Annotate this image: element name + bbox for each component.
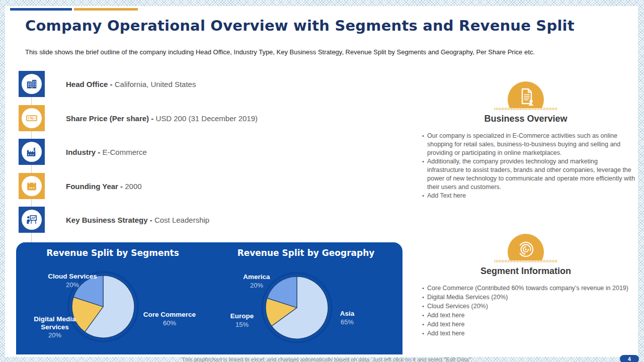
document-person-icon (508, 81, 544, 108)
business-overview-icon-wrap (508, 81, 544, 108)
page-title: Company Operational Overview with Segmen… (25, 17, 634, 34)
presenter-icon (25, 213, 38, 226)
fact-separator: - (148, 216, 154, 224)
bullet-item: •Add text here (419, 311, 635, 320)
building-icon (25, 77, 38, 90)
bullet-item: •Add text here (419, 329, 635, 338)
fact-label: Share Price (Per share) (66, 114, 149, 123)
top-accent-bar-orange (74, 8, 138, 11)
fact-key-business-strategy: Key Business Strategy - Cost Leadership (19, 207, 209, 233)
business-overview-title: Business Overview (416, 114, 635, 124)
bullet-item: •Cloud Services (20%) (419, 302, 635, 311)
bullet-item: •Add Text here (419, 192, 635, 200)
fact-text: Share Price (Per share) - USD 200 (31 De… (66, 114, 258, 123)
fact-value: E-Commerce (103, 148, 147, 156)
fact-label: Founding Year (66, 182, 118, 191)
fact-icon-tile (19, 71, 45, 97)
segment-information-icon-wrap (508, 234, 544, 260)
calendar-icon (25, 179, 38, 193)
segment-information-bullets: •Core Commerce (Contributed 60% towards … (419, 284, 635, 338)
fact-text: Founding Year - 2000 (66, 182, 142, 191)
fact-separator: - (118, 182, 125, 191)
pie-label-cloud-services: Cloud Services 20% (42, 273, 103, 289)
fact-value: 2000 (125, 182, 141, 191)
pie-label-europe: Europe 15% (212, 312, 272, 328)
chart-title-segments: Revenue Split by Segments (16, 248, 209, 258)
fact-label: Key Business Strategy (66, 216, 148, 224)
excel-link-note: This graph/chart is linked to excel, and… (5, 356, 644, 362)
bullet-item: •Digital Media Services (20%) (419, 293, 635, 302)
fact-text: Key Business Strategy - Cost Leadership (66, 216, 209, 224)
pie-label-digital-media-services: Digital Media Services 20% (25, 315, 85, 339)
fact-separator: - (96, 148, 102, 156)
fact-icon-tile (19, 207, 45, 233)
fact-icon-tile (19, 139, 45, 165)
fact-separator: - (108, 80, 114, 88)
fact-founding-year: Founding Year - 2000 (19, 173, 142, 199)
page-subtitle: This slide shows the brief outline of th… (25, 48, 599, 56)
fact-value: Cost Leadership (154, 216, 209, 224)
dashed-ribbon (495, 108, 557, 110)
svg-text:%: % (30, 116, 34, 121)
fact-icon-tile: % (19, 105, 45, 131)
slide: Company Operational Overview with Segmen… (5, 6, 638, 357)
fact-industry: Industry - E-Commerce (19, 139, 147, 165)
page-number-badge: 4 (620, 355, 639, 362)
fact-icon-tile (19, 173, 45, 199)
pie-label-core-commerce: Core Commerce 60% (136, 311, 203, 327)
dashed-ribbon (495, 260, 557, 262)
fact-label: Industry (66, 148, 96, 156)
bullet-item: •Add text here (419, 320, 635, 329)
banknote-percent-icon: % (25, 112, 38, 125)
fact-value: California, United States (115, 80, 196, 88)
bullet-item: •Our company is specialized in E-Commerc… (419, 132, 635, 157)
segment-information-title: Segment Information (416, 266, 635, 277)
slide-canvas: Company Operational Overview with Segmen… (0, 0, 644, 362)
revenue-split-panel: Revenue Split by Segments Revenue Split … (16, 242, 403, 354)
fact-text: Industry - E-Commerce (66, 148, 147, 156)
fact-value: USD 200 (31 December 2019) (155, 114, 258, 123)
fact-share-price: % Share Price (Per share) - USD 200 (31 … (19, 105, 258, 131)
fact-separator: - (149, 114, 155, 123)
bullet-item: •Additionally, the company provides tech… (419, 157, 635, 191)
factory-icon (25, 145, 38, 158)
pie-label-america: America 20% (226, 273, 287, 289)
top-accent-bar-blue (10, 8, 72, 11)
fact-head-office: Head Office - California, United States (19, 71, 196, 97)
chart-title-geography: Revenue Split by Geography (209, 248, 403, 258)
target-spiral-icon (508, 234, 544, 260)
business-overview-bullets: •Our company is specialized in E-Commerc… (419, 132, 635, 201)
fact-text: Head Office - California, United States (66, 80, 196, 88)
pie-label-asia: Asia 65% (317, 310, 377, 326)
bullet-item: •Core Commerce (Contributed 60% towards … (419, 284, 635, 293)
fact-label: Head Office (66, 80, 108, 88)
